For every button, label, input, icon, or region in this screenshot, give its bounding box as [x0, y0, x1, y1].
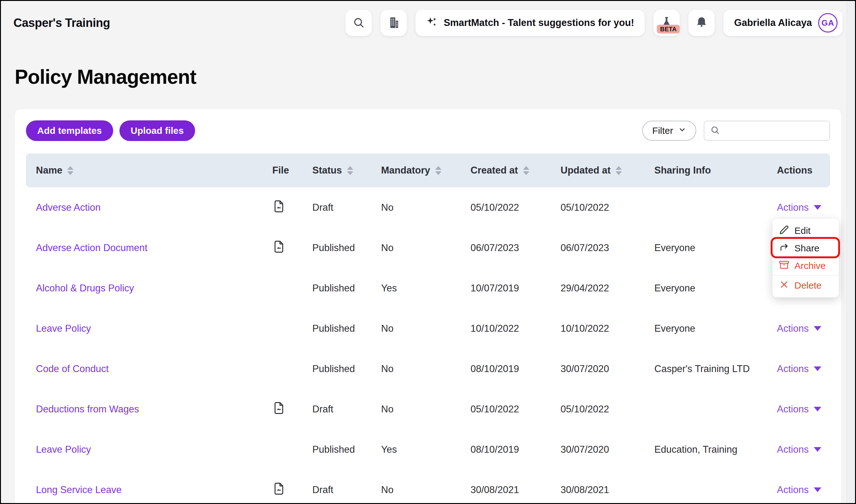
scrollbar[interactable]	[846, 1, 855, 503]
column-header[interactable]: File	[272, 165, 312, 176]
updated-at-cell: 05/10/2022	[560, 403, 654, 415]
avatar: GA	[818, 13, 838, 33]
updated-at-cell: 05/10/2022	[560, 202, 654, 213]
sharing-info-cell: Everyone	[654, 283, 777, 294]
sort-icon[interactable]	[67, 166, 73, 175]
user-menu-button[interactable]: Gabriella Alicaya GA	[724, 10, 842, 36]
menu-item-delete[interactable]: Delete	[772, 277, 839, 294]
column-header-label: File	[272, 165, 289, 176]
updated-at-cell: 30/07/2020	[560, 444, 654, 455]
column-header-label: Sharing Info	[654, 165, 711, 176]
triangle-down-icon	[814, 326, 821, 331]
bell-icon	[695, 16, 708, 30]
sort-icon[interactable]	[347, 166, 353, 175]
column-header-label: Actions	[777, 165, 813, 176]
created-at-cell: 10/10/2022	[470, 323, 560, 334]
actions-trigger-label: Actions	[777, 403, 809, 415]
smartmatch-button[interactable]: SmartMatch - Talent suggestions for you!	[415, 10, 645, 36]
card-toolbar: Add templates Upload files Filter	[26, 120, 830, 141]
status-cell: Draft	[312, 202, 381, 213]
updated-at-cell: 30/07/2020	[560, 363, 654, 375]
brand-title: Casper's Training	[14, 16, 110, 30]
labs-beta-button[interactable]: BETA	[654, 10, 680, 36]
created-at-cell: 30/08/2021	[470, 484, 560, 496]
sort-icon[interactable]	[523, 166, 529, 175]
policy-name-link[interactable]: Long Service Leave	[36, 484, 122, 495]
row-actions-trigger[interactable]: Actions	[777, 403, 821, 415]
menu-item-archive[interactable]: Archive	[772, 257, 839, 274]
notifications-button[interactable]	[689, 10, 715, 36]
mandatory-cell: Yes	[381, 283, 470, 294]
policy-name-link[interactable]: Leave Policy	[36, 323, 91, 334]
sharing-info-cell: Everyone	[654, 242, 777, 254]
sort-icon[interactable]	[616, 166, 622, 175]
policy-name-link[interactable]: Leave Policy	[36, 444, 91, 455]
column-header-label: Name	[36, 165, 62, 176]
file-icon	[272, 482, 285, 495]
created-at-cell: 10/07/2019	[470, 283, 560, 294]
mandatory-cell: No	[381, 242, 470, 254]
topbar: Casper's Training	[1, 1, 855, 36]
status-cell: Published	[312, 363, 381, 375]
column-header[interactable]: Name	[36, 165, 272, 176]
file-icon	[272, 240, 285, 253]
menu-item-edit[interactable]: Edit	[772, 222, 839, 239]
actions-trigger-label: Actions	[777, 484, 809, 496]
updated-at-cell: 10/10/2022	[560, 323, 654, 334]
column-header[interactable]: Status	[312, 165, 381, 176]
policy-name-link[interactable]: Adverse Action Document	[36, 242, 147, 253]
table-row: Deductions from Wages Draft No 05/10/202…	[26, 389, 830, 429]
menu-item-share[interactable]: Share	[772, 239, 839, 257]
column-header[interactable]: Mandatory	[381, 165, 470, 176]
building-icon	[387, 16, 400, 30]
triangle-down-icon	[814, 366, 821, 371]
policy-name-link[interactable]: Code of Conduct	[36, 363, 109, 374]
topbar-actions: SmartMatch - Talent suggestions for you!…	[345, 10, 842, 36]
row-actions-trigger[interactable]: Actions	[777, 202, 821, 213]
app-window: Casper's Training	[0, 0, 856, 504]
global-search-button[interactable]	[345, 10, 372, 36]
search-input[interactable]	[724, 125, 824, 136]
policy-name-link[interactable]: Adverse Action	[36, 202, 101, 213]
sort-icon[interactable]	[435, 166, 442, 175]
page-title: Policy Management	[15, 66, 855, 88]
row-actions-trigger[interactable]: Actions	[777, 323, 821, 334]
row-actions-trigger[interactable]: Actions	[777, 444, 821, 455]
row-actions-trigger[interactable]: Actions	[777, 363, 821, 375]
upload-files-button[interactable]: Upload files	[120, 120, 195, 141]
column-header[interactable]: Actions	[777, 165, 820, 176]
column-header[interactable]: Updated at	[560, 165, 654, 176]
add-templates-button[interactable]: Add templates	[26, 120, 113, 141]
column-header[interactable]: Created at	[470, 165, 560, 176]
updated-at-cell: 06/07/2023	[560, 242, 654, 254]
mandatory-cell: No	[381, 323, 470, 334]
row-actions-trigger[interactable]: Actions	[777, 484, 821, 496]
chevron-down-icon	[678, 125, 686, 136]
filter-button[interactable]: Filter	[642, 121, 696, 141]
policy-name-link[interactable]: Deductions from Wages	[36, 403, 139, 415]
column-header[interactable]: Sharing Info	[654, 165, 777, 176]
table-row: Leave Policy Published No 10/10/2022 10/…	[26, 308, 830, 348]
policy-name-link[interactable]: Alcohol & Drugs Policy	[36, 283, 134, 293]
triangle-down-icon	[814, 407, 821, 412]
menu-item-label: Delete	[795, 280, 822, 291]
actions-trigger-label: Actions	[777, 444, 809, 455]
column-header-label: Updated at	[560, 165, 611, 176]
table-row: Adverse Action Draft No 05/10/2022 05/10…	[26, 187, 830, 228]
table-body: Adverse Action Draft No 05/10/2022 05/10…	[26, 187, 830, 504]
table-row: Adverse Action Document Published No 06/…	[26, 228, 830, 268]
archive-icon	[780, 260, 789, 272]
actions-trigger-label: Actions	[777, 363, 809, 375]
status-cell: Draft	[312, 403, 381, 415]
table-row: Long Service Leave Draft No 30/08/2021 3…	[26, 470, 830, 504]
search-icon	[710, 125, 720, 136]
organisation-button[interactable]	[380, 10, 407, 36]
file-icon	[272, 401, 285, 415]
smartmatch-label: SmartMatch - Talent suggestions for you!	[444, 17, 634, 29]
table-row: Leave Policy Published Yes 08/10/2019 30…	[26, 429, 830, 470]
triangle-down-icon	[814, 447, 821, 452]
updated-at-cell: 29/04/2022	[560, 283, 654, 294]
created-at-cell: 05/10/2022	[470, 202, 560, 213]
search-icon	[352, 16, 365, 30]
menu-item-label: Archive	[795, 260, 826, 271]
